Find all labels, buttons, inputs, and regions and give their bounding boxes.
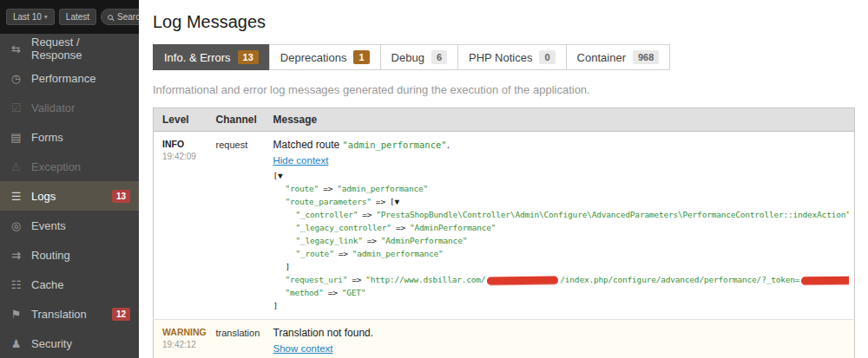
log-time: 19:42:09: [162, 152, 202, 161]
security-icon: ♟: [9, 337, 23, 350]
dump-line: "_legacy_controller"=>"AdminPerformance": [273, 221, 850, 234]
sidebar-item-translation[interactable]: ⚑ Translation 12: [0, 299, 139, 329]
request-response-icon: ⇆: [9, 42, 23, 55]
sidebar-item-label: Events: [31, 219, 66, 232]
table-row: WARNING 19:42:12 translation Translation…: [154, 320, 855, 358]
dump-line: [▼: [273, 169, 850, 182]
log-channel: translation: [216, 328, 260, 338]
log-level: INFO: [162, 139, 202, 149]
tab-label: Container: [577, 51, 626, 64]
events-icon: ◎: [9, 219, 23, 232]
table-row: INFO 19:42:09 request Matched route "adm…: [154, 132, 855, 320]
log-message: Translation not found.: [273, 327, 850, 339]
sidebar-item-events[interactable]: ◎ Events: [0, 211, 139, 240]
tab-count-badge: 1: [353, 50, 369, 64]
dump-line: "_route"=>"admin_performance": [273, 247, 850, 260]
sidebar-item-cache[interactable]: ☷ Cache: [0, 270, 139, 299]
dump-line-request-uri: "request_uri"=>"http://www.dsbillar.com/…: [273, 273, 850, 286]
tab-count-badge: 13: [238, 50, 259, 64]
log-table: Level Channel Message INFO 19:42:09 requ…: [153, 107, 855, 358]
sidebar-item-label: Validator: [31, 101, 75, 114]
log-tabs: Info. & Errors 13 Deprecations 1 Debug 6…: [153, 44, 855, 70]
tab-info-errors[interactable]: Info. & Errors 13: [153, 44, 270, 70]
sidebar-item-performance[interactable]: ◷ Performance: [0, 63, 139, 93]
search-icon: [108, 15, 113, 20]
tab-deprecations[interactable]: Deprecations 1: [269, 44, 381, 70]
tab-count-badge: 968: [633, 50, 659, 64]
col-header-channel: Channel: [207, 108, 265, 132]
latest-button[interactable]: Latest: [59, 9, 96, 25]
sidebar-item-label: Exception: [31, 160, 81, 173]
sidebar-item-label: Forms: [31, 131, 63, 144]
last-10-dropdown[interactable]: Last 10 ▾: [6, 9, 55, 25]
sidebar-item-request-response[interactable]: ⇆ Request / Response: [0, 34, 139, 63]
tab-php-notices[interactable]: PHP Notices 0: [457, 44, 567, 70]
sidebar-header: Last 10 ▾ Latest Search: [0, 0, 139, 34]
sidebar-item-label: Routing: [31, 249, 70, 262]
panel-description: Informational and error log messages gen…: [153, 83, 855, 96]
performance-icon: ◷: [9, 72, 23, 85]
table-header-row: Level Channel Message: [154, 108, 855, 132]
sidebar-item-exception: ⚠ Exception: [0, 152, 139, 181]
col-header-level: Level: [154, 108, 207, 132]
tab-label: PHP Notices: [469, 51, 532, 64]
show-context-link[interactable]: Show context: [273, 343, 333, 354]
logs-count-badge: 13: [112, 190, 130, 203]
tab-count-badge: 6: [431, 50, 447, 64]
log-time: 19:42:12: [162, 340, 202, 349]
dump-line: ]: [273, 260, 850, 273]
page-title: Log Messages: [153, 12, 855, 32]
translation-count-badge: 12: [112, 308, 130, 321]
log-messages-panel: Log Messages Info. & Errors 13 Deprecati…: [139, 0, 868, 358]
dump-line: "route"=>"admin_performance": [273, 182, 850, 195]
dump-line: "_controller"=>"PrestaShopBundle\Control…: [273, 208, 850, 221]
sidebar-item-routing[interactable]: ⇉ Routing: [0, 240, 139, 270]
sidebar-item-label: Performance: [31, 72, 95, 85]
sidebar-item-label: Cache: [31, 278, 64, 291]
sidebar-item-label: Request / Response: [31, 36, 130, 62]
log-level: WARNING: [162, 327, 202, 337]
chevron-down-icon: ▾: [44, 13, 48, 21]
sidebar-item-validator: ☑ Validator: [0, 93, 139, 122]
context-dump: [▼ "route"=>"admin_performance" "route_p…: [273, 169, 850, 312]
last-10-label: Last 10: [13, 12, 42, 22]
latest-label: Latest: [66, 12, 89, 22]
sidebar-item-security[interactable]: ♟ Security: [0, 329, 139, 358]
tab-label: Deprecations: [280, 51, 347, 64]
dump-line: "route_parameters"=>[▼: [273, 195, 850, 208]
tab-label: Debug: [391, 51, 424, 64]
sidebar-menu: ⇆ Request / Response ◷ Performance ☑ Val…: [0, 34, 139, 358]
profiler-sidebar: Last 10 ▾ Latest Search ⇆ Request / Resp…: [0, 0, 139, 358]
sidebar-item-label: Translation: [31, 308, 87, 321]
dump-toggle-open[interactable]: [▼: [390, 197, 399, 206]
sidebar-item-logs[interactable]: ☰ Logs 13: [0, 181, 139, 211]
log-channel: request: [216, 140, 248, 150]
tab-count-badge: 0: [539, 50, 555, 64]
logs-icon: ☰: [9, 190, 23, 203]
sidebar-item-label: Logs: [31, 190, 56, 203]
sidebar-item-forms[interactable]: ▤ Forms: [0, 122, 139, 152]
tab-debug[interactable]: Debug 6: [380, 44, 458, 70]
route-name: "admin_performance": [343, 140, 447, 150]
dump-toggle-open[interactable]: [▼: [273, 171, 283, 180]
cache-icon: ☷: [9, 278, 23, 291]
hide-context-link[interactable]: Hide context: [273, 155, 329, 166]
tab-label: Info. & Errors: [164, 51, 231, 64]
dump-line: "_legacy_link"=>"AdminPerformance": [273, 234, 850, 247]
redaction-scribble: [487, 277, 558, 285]
profiler-app: Last 10 ▾ Latest Search ⇆ Request / Resp…: [0, 0, 868, 358]
dump-line: ]: [273, 299, 850, 312]
log-message: Matched route "admin_performance".: [273, 139, 850, 151]
exception-icon: ⚠: [9, 160, 23, 173]
routing-icon: ⇉: [9, 249, 23, 262]
dump-line: "method"=>"GET": [273, 286, 850, 299]
validator-icon: ☑: [9, 101, 23, 114]
redaction-scribble: [801, 277, 849, 285]
col-header-message: Message: [265, 108, 855, 132]
tab-container[interactable]: Container 968: [566, 44, 671, 70]
forms-icon: ▤: [9, 131, 23, 144]
sidebar-item-label: Security: [31, 337, 72, 350]
translation-icon: ⚑: [9, 308, 23, 321]
